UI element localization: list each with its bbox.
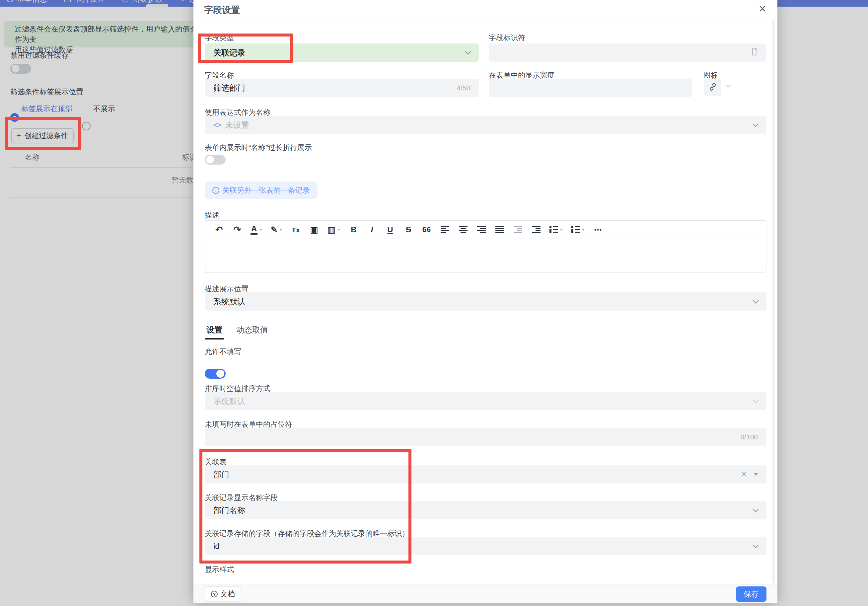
align-justify-icon[interactable] [495, 226, 505, 233]
chevron-down-icon [753, 121, 758, 127]
icon-picker-button[interactable] [704, 79, 721, 96]
field-type-select[interactable]: 关联记录 [205, 43, 479, 62]
tabs-divider [205, 339, 766, 339]
app-root: 基本信息卡片设置图表参数过滤条件 过滤条件会在仪表盘顶部显示筛选控件，用户输入的… [0, 0, 868, 606]
chevron-down-icon [753, 397, 758, 403]
relation-table-select[interactable]: 部门 × [205, 465, 766, 484]
align-center-icon[interactable] [458, 226, 468, 233]
empty-sort-value: 系统默认 [213, 396, 245, 406]
modal-tab-settings[interactable]: 设置 [206, 325, 222, 338]
highlight-icon[interactable]: ✎ [271, 226, 282, 234]
description-position-select[interactable]: 系统默认 [205, 292, 766, 311]
italic-icon[interactable]: I [367, 226, 377, 234]
font-color-icon[interactable]: A [251, 225, 262, 235]
placeholder-input[interactable]: 0/100 [205, 428, 766, 446]
icon-picker-chevron-icon[interactable] [725, 83, 731, 88]
caret-down-icon [754, 473, 758, 476]
relation-store-select[interactable]: id [205, 537, 766, 555]
expression-name-select[interactable]: <> 未设置 [205, 116, 766, 134]
editor-content-area[interactable] [205, 239, 766, 273]
display-width-input[interactable] [489, 79, 692, 97]
description-label: 描述 [205, 211, 219, 220]
chevron-down-icon [465, 48, 471, 54]
more-icon[interactable]: ••• [593, 227, 603, 232]
field-name-input[interactable]: 筛选部门 4/50 [205, 79, 479, 97]
field-settings-modal: 字段设置 × 字段类型 关联记录 字段标识符 字段名称 筛选部门 4/50 在表… [194, 0, 777, 603]
relation-store-value: id [213, 542, 220, 551]
toggle-knob [216, 370, 224, 378]
document-icon [752, 48, 758, 57]
field-type-label: 字段类型 [205, 33, 234, 43]
name-wrap-label: 表单内展示时“名称”过长折行展示 [205, 143, 312, 153]
bullet-list-icon[interactable] [571, 226, 585, 233]
chevron-down-icon [753, 506, 758, 512]
info-icon: i [212, 187, 219, 194]
modal-footer: ? 文档 保存 [194, 584, 777, 603]
modal-scrollbar[interactable] [772, 19, 775, 583]
strikethrough-icon[interactable]: S [403, 226, 414, 234]
editor-toolbar: ↶↷A✎Tx▣▥BIUS66••• [205, 221, 766, 239]
outdent-icon[interactable] [513, 226, 523, 233]
header-divider [194, 19, 777, 19]
empty-sort-select[interactable]: 系统默认 [205, 392, 766, 410]
save-button[interactable]: 保存 [736, 586, 766, 602]
display-style-label: 显示样式 [205, 564, 234, 575]
clear-format-icon[interactable]: Tx [291, 226, 301, 233]
description-editor: ↶↷A✎Tx▣▥BIUS66••• [205, 220, 766, 273]
name-wrap-toggle[interactable] [205, 155, 226, 164]
toggle-knob [206, 156, 214, 164]
doc-button-label: 文档 [220, 589, 235, 599]
blockquote-icon[interactable]: 66 [422, 226, 432, 233]
field-type-value: 关联记录 [213, 48, 245, 58]
insert-table-icon[interactable]: ▥ [327, 225, 340, 234]
redo-icon[interactable]: ↷ [232, 225, 242, 234]
undo-icon[interactable]: ↶ [214, 225, 224, 234]
indent-icon[interactable] [531, 226, 541, 233]
doc-button[interactable]: ? 文档 [205, 586, 241, 602]
close-icon[interactable]: × [759, 1, 766, 17]
field-name-value: 筛选部门 [213, 83, 245, 93]
field-code-label: 字段标识符 [489, 33, 525, 43]
allow-empty-toggle[interactable] [205, 369, 226, 379]
field-name-counter: 4/50 [457, 84, 470, 92]
modal-title: 字段设置 [204, 4, 240, 16]
field-code-input[interactable] [489, 43, 766, 62]
insert-image-icon[interactable]: ▣ [309, 225, 319, 234]
allow-empty-label: 允许不填写 [205, 347, 241, 357]
chevron-down-icon [753, 542, 758, 548]
modal-tabs: 设置动态取值 [206, 325, 268, 338]
relation-display-value: 部门名称 [213, 505, 245, 516]
relation-table-value: 部门 [213, 469, 229, 480]
clear-icon[interactable]: × [741, 470, 747, 479]
expression-name-placeholder: 未设置 [225, 120, 249, 130]
modal-tab-dynamic-value[interactable]: 动态取值 [236, 325, 268, 338]
code-brackets-icon: <> [213, 121, 221, 129]
relation-tip-text: 关联另外一张表的一条记录 [222, 186, 310, 195]
chevron-down-icon [753, 298, 758, 303]
underline-icon[interactable]: U [385, 226, 395, 234]
relation-display-select[interactable]: 部门名称 [205, 501, 766, 519]
relation-tip-chip[interactable]: i 关联另外一张表的一条记录 [205, 181, 318, 199]
align-left-icon[interactable] [440, 226, 450, 233]
placeholder-counter: 0/100 [740, 433, 758, 441]
align-right-icon[interactable] [476, 226, 487, 233]
link-icon [708, 83, 717, 93]
bold-icon[interactable]: B [349, 226, 359, 234]
ordered-list-icon[interactable] [549, 226, 563, 233]
description-position-value: 系统默认 [213, 296, 245, 307]
help-icon: ? [211, 591, 218, 597]
